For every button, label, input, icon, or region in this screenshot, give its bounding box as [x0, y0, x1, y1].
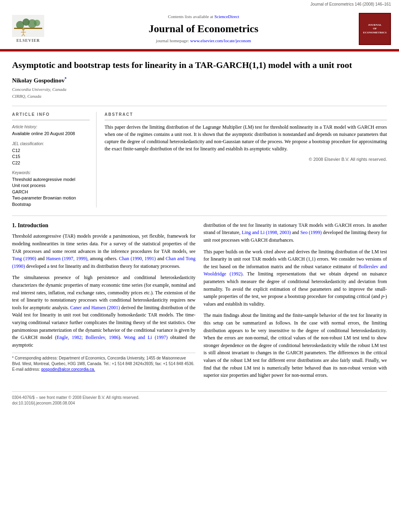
jel-codes: C12 C15 C22	[12, 148, 90, 166]
main-content: Asymptotic and bootstrap tests for linea…	[0, 51, 399, 414]
article-title-section: Asymptotic and bootstrap tests for linea…	[12, 60, 387, 99]
contents-available-line: Contents lists available at ScienceDirec…	[48, 14, 359, 20]
body-paragraph-2: The simultaneous presence of high persis…	[12, 274, 195, 349]
page-footer: 0304-4076/$ – see front matter © 2008 El…	[12, 391, 387, 406]
keyword-1: Threshold autoregressive model	[12, 177, 90, 183]
abstract-col: ABSTRACT This paper derives the limiting…	[105, 112, 387, 207]
info-divider	[12, 120, 90, 120]
seo-link[interactable]: Seo (1999)	[300, 230, 322, 235]
header-center: Contents lists available at ScienceDirec…	[48, 14, 359, 44]
journal-header: ELSEVIER Contents lists available at Sci…	[0, 9, 399, 50]
science-direct-link[interactable]: ScienceDirect	[214, 14, 239, 19]
ling-li-link[interactable]: Ling and Li (1998, 2003)	[242, 230, 291, 235]
bollerslev-wooldridge-link[interactable]: Bollerslev and Wooldridge (1992)	[204, 264, 387, 277]
footnote-text: * Corresponding address: Department of E…	[12, 355, 195, 372]
elsevier-text: ELSEVIER	[16, 38, 40, 43]
body-content: 1. Introduction Threshold autoregressive…	[12, 222, 387, 383]
article-meta-row: ARTICLE INFO Article history: Available …	[12, 112, 387, 207]
section1-heading: 1. Introduction	[12, 222, 195, 230]
wong-li-link[interactable]: Wong and Li (1997)	[124, 335, 167, 340]
hansen-link[interactable]: Hansen (1997, 1999)	[46, 256, 87, 261]
body-paragraph-right-2: This paper builds on the work cited abov…	[204, 248, 387, 308]
keyword-3: GARCH	[12, 189, 90, 195]
article-info-col: ARTICLE INFO Article history: Available …	[12, 112, 97, 207]
bollerslev-link[interactable]: Bollerslev, 1986	[85, 335, 118, 340]
journal-logo-right: JOURNALOFECONOMETRICS	[359, 13, 391, 45]
body-right-col: distribution of the test for linearity i…	[204, 222, 387, 383]
jel-label: JEL classification:	[12, 141, 90, 147]
homepage-line: journal homepage: www.elsevier.com/locat…	[48, 38, 359, 44]
abstract-divider	[105, 120, 387, 120]
doi-line: doi:10.1016/j.jeconom.2008.08.004	[12, 401, 387, 406]
affiliation1: Concordia University, Canada	[12, 86, 387, 92]
abstract-text: This paper derives the limiting distribu…	[105, 123, 387, 152]
svg-point-4	[34, 20, 40, 26]
keyword-4: Two-parameter Brownian motion	[12, 195, 90, 201]
body-paragraph-right-1: distribution of the test for linearity i…	[204, 222, 387, 244]
history-label: Article history:	[12, 124, 90, 130]
tong-link[interactable]: Tong (1990)	[12, 256, 36, 261]
abstract-title: ABSTRACT	[105, 112, 387, 117]
engle-link[interactable]: Engle, 1982	[57, 335, 82, 340]
journal-title-header: Journal of Econometrics	[48, 22, 359, 36]
author-asterisk: *	[64, 76, 66, 81]
chan-link[interactable]: Chan (1990, 1991)	[119, 256, 156, 261]
author-name: Nikolay Gospodinov*	[12, 76, 387, 85]
journal-issue-info: Journal of Econometrics 146 (2008) 146–1…	[0, 0, 399, 7]
keywords-label: Keywords:	[12, 170, 90, 176]
keywords-list: Threshold autoregressive model Unit root…	[12, 177, 90, 207]
email-link[interactable]: gospodin@alcor.concordia.ca.	[41, 367, 95, 372]
homepage-link[interactable]: www.elsevier.com/locate/jeconom	[190, 38, 251, 43]
body-left-col: 1. Introduction Threshold autoregressive…	[12, 222, 195, 383]
body-paragraph-1: Threshold autoregressive (TAR) models pr…	[12, 232, 195, 270]
caner-hansen-link[interactable]: Caner and Hansen (2001)	[70, 305, 120, 310]
footnote-section: * Corresponding address: Department of E…	[12, 353, 195, 372]
article-info-title: ARTICLE INFO	[12, 112, 90, 117]
divider-1	[12, 106, 387, 106]
svg-rect-5	[14, 28, 42, 29]
divider-2	[12, 216, 387, 216]
chan-tong-link[interactable]: Chan and Tong (1990)	[12, 256, 195, 269]
keyword-5: Bootstrap	[12, 201, 90, 207]
elsevier-logo: ELSEVIER	[8, 15, 48, 43]
available-online: Available online 20 August 2008	[12, 131, 90, 137]
copyright: © 2008 Elsevier B.V. All rights reserved…	[105, 156, 387, 162]
affiliation2: CIRBQ, Canada	[12, 93, 387, 99]
body-paragraph-right-3: The main findings about the limiting and…	[204, 312, 387, 379]
keyword-2: Unit root process	[12, 183, 90, 189]
svg-point-6	[22, 28, 25, 31]
article-title: Asymptotic and bootstrap tests for linea…	[12, 60, 387, 71]
issn-line: 0304-4076/$ – see front matter © 2008 El…	[12, 395, 387, 401]
